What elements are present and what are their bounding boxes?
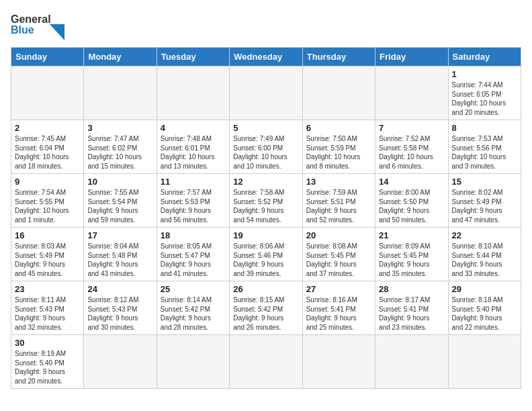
weekday-header-row: SundayMondayTuesdayWednesdayThursdayFrid… xyxy=(11,48,521,66)
day-info: Sunrise: 8:18 AM Sunset: 5:40 PM Dayligh… xyxy=(452,295,517,332)
calendar-cell xyxy=(375,335,448,389)
day-number: 5 xyxy=(233,123,298,133)
day-number: 16 xyxy=(15,230,80,240)
day-info: Sunrise: 8:16 AM Sunset: 5:41 PM Dayligh… xyxy=(306,295,371,332)
day-info: Sunrise: 7:52 AM Sunset: 5:58 PM Dayligh… xyxy=(379,134,444,171)
calendar-cell xyxy=(302,335,375,389)
calendar-cell: 27Sunrise: 8:16 AM Sunset: 5:41 PM Dayli… xyxy=(302,281,375,335)
day-info: Sunrise: 8:02 AM Sunset: 5:49 PM Dayligh… xyxy=(452,188,517,224)
day-number: 7 xyxy=(379,123,444,133)
calendar-cell: 18Sunrise: 8:05 AM Sunset: 5:47 PM Dayli… xyxy=(157,228,229,281)
day-number: 6 xyxy=(306,123,371,133)
calendar-cell: 11Sunrise: 7:57 AM Sunset: 5:53 PM Dayli… xyxy=(157,174,229,228)
svg-text:General: General xyxy=(11,13,51,25)
calendar-cell: 25Sunrise: 8:14 AM Sunset: 5:42 PM Dayli… xyxy=(157,281,229,335)
calendar-week-3: 16Sunrise: 8:03 AM Sunset: 5:49 PM Dayli… xyxy=(11,228,521,281)
calendar-cell: 5Sunrise: 7:49 AM Sunset: 6:00 PM Daylig… xyxy=(230,120,302,174)
day-info: Sunrise: 7:55 AM Sunset: 5:54 PM Dayligh… xyxy=(87,188,152,224)
day-number: 21 xyxy=(379,230,444,240)
day-info: Sunrise: 8:06 AM Sunset: 5:46 PM Dayligh… xyxy=(233,242,298,278)
day-info: Sunrise: 8:09 AM Sunset: 5:45 PM Dayligh… xyxy=(379,242,444,278)
day-info: Sunrise: 7:54 AM Sunset: 5:55 PM Dayligh… xyxy=(15,188,80,224)
calendar-cell xyxy=(157,335,229,389)
calendar-cell: 23Sunrise: 8:11 AM Sunset: 5:43 PM Dayli… xyxy=(11,281,84,335)
day-number: 13 xyxy=(306,177,371,187)
day-number: 11 xyxy=(161,177,226,187)
svg-marker-2 xyxy=(50,24,64,40)
day-number: 3 xyxy=(87,123,152,133)
day-number: 19 xyxy=(233,230,298,240)
calendar-cell: 29Sunrise: 8:18 AM Sunset: 5:40 PM Dayli… xyxy=(448,281,521,335)
day-number: 4 xyxy=(161,123,226,133)
day-number: 8 xyxy=(452,123,517,133)
calendar-cell: 4Sunrise: 7:48 AM Sunset: 6:01 PM Daylig… xyxy=(157,120,229,174)
day-number: 28 xyxy=(379,284,444,294)
day-info: Sunrise: 7:49 AM Sunset: 6:00 PM Dayligh… xyxy=(233,134,298,171)
day-number: 2 xyxy=(15,123,80,133)
svg-text:Blue: Blue xyxy=(11,24,34,36)
calendar-cell: 17Sunrise: 8:04 AM Sunset: 5:48 PM Dayli… xyxy=(84,228,157,281)
day-number: 1 xyxy=(452,69,517,79)
calendar-cell xyxy=(84,66,157,120)
calendar-cell: 8Sunrise: 7:53 AM Sunset: 5:56 PM Daylig… xyxy=(448,120,521,174)
calendar-cell xyxy=(302,66,375,120)
day-number: 27 xyxy=(306,284,371,294)
calendar-cell xyxy=(11,66,84,120)
calendar-cell: 26Sunrise: 8:15 AM Sunset: 5:42 PM Dayli… xyxy=(230,281,302,335)
weekday-header-monday: Monday xyxy=(84,48,157,66)
calendar-cell: 24Sunrise: 8:12 AM Sunset: 5:43 PM Dayli… xyxy=(84,281,157,335)
weekday-header-friday: Friday xyxy=(375,48,448,66)
weekday-header-tuesday: Tuesday xyxy=(157,48,229,66)
day-info: Sunrise: 7:53 AM Sunset: 5:56 PM Dayligh… xyxy=(452,134,517,171)
day-info: Sunrise: 7:45 AM Sunset: 6:04 PM Dayligh… xyxy=(15,134,80,171)
day-info: Sunrise: 8:11 AM Sunset: 5:43 PM Dayligh… xyxy=(15,295,80,332)
day-info: Sunrise: 7:57 AM Sunset: 5:53 PM Dayligh… xyxy=(161,188,226,224)
calendar-cell xyxy=(157,66,229,120)
day-number: 17 xyxy=(87,230,152,240)
day-info: Sunrise: 8:08 AM Sunset: 5:45 PM Dayligh… xyxy=(306,242,371,278)
day-info: Sunrise: 8:17 AM Sunset: 5:41 PM Dayligh… xyxy=(379,295,444,332)
logo: General Blue xyxy=(11,11,71,40)
calendar-cell: 10Sunrise: 7:55 AM Sunset: 5:54 PM Dayli… xyxy=(84,174,157,228)
calendar-cell xyxy=(375,66,448,120)
calendar-cell: 15Sunrise: 8:02 AM Sunset: 5:49 PM Dayli… xyxy=(448,174,521,228)
day-number: 22 xyxy=(452,230,517,240)
calendar-week-1: 2Sunrise: 7:45 AM Sunset: 6:04 PM Daylig… xyxy=(11,120,521,174)
day-number: 25 xyxy=(161,284,226,294)
weekday-header-saturday: Saturday xyxy=(448,48,521,66)
day-number: 24 xyxy=(87,284,152,294)
day-number: 12 xyxy=(233,177,298,187)
calendar-week-0: 1Sunrise: 7:44 AM Sunset: 6:05 PM Daylig… xyxy=(11,66,521,120)
calendar-cell xyxy=(448,335,521,389)
day-number: 14 xyxy=(379,177,444,187)
day-info: Sunrise: 8:15 AM Sunset: 5:42 PM Dayligh… xyxy=(233,295,298,332)
day-info: Sunrise: 7:47 AM Sunset: 6:02 PM Dayligh… xyxy=(87,134,152,171)
calendar-cell: 19Sunrise: 8:06 AM Sunset: 5:46 PM Dayli… xyxy=(230,228,302,281)
day-info: Sunrise: 8:05 AM Sunset: 5:47 PM Dayligh… xyxy=(161,242,226,278)
day-number: 18 xyxy=(161,230,226,240)
day-info: Sunrise: 7:48 AM Sunset: 6:01 PM Dayligh… xyxy=(161,134,226,171)
calendar-week-5: 30Sunrise: 8:19 AM Sunset: 5:40 PM Dayli… xyxy=(11,335,521,389)
calendar-table: SundayMondayTuesdayWednesdayThursdayFrid… xyxy=(11,47,521,389)
calendar-cell: 9Sunrise: 7:54 AM Sunset: 5:55 PM Daylig… xyxy=(11,174,84,228)
weekday-header-thursday: Thursday xyxy=(302,48,375,66)
calendar-cell: 12Sunrise: 7:58 AM Sunset: 5:52 PM Dayli… xyxy=(230,174,302,228)
calendar-cell: 2Sunrise: 7:45 AM Sunset: 6:04 PM Daylig… xyxy=(11,120,84,174)
calendar-week-2: 9Sunrise: 7:54 AM Sunset: 5:55 PM Daylig… xyxy=(11,174,521,228)
day-info: Sunrise: 8:03 AM Sunset: 5:49 PM Dayligh… xyxy=(15,242,80,278)
calendar-cell: 14Sunrise: 8:00 AM Sunset: 5:50 PM Dayli… xyxy=(375,174,448,228)
day-number: 15 xyxy=(452,177,517,187)
calendar-cell: 28Sunrise: 8:17 AM Sunset: 5:41 PM Dayli… xyxy=(375,281,448,335)
day-info: Sunrise: 8:14 AM Sunset: 5:42 PM Dayligh… xyxy=(161,295,226,332)
day-number: 23 xyxy=(15,284,80,294)
day-info: Sunrise: 8:10 AM Sunset: 5:44 PM Dayligh… xyxy=(452,242,517,278)
calendar-cell: 6Sunrise: 7:50 AM Sunset: 5:59 PM Daylig… xyxy=(302,120,375,174)
calendar-cell: 20Sunrise: 8:08 AM Sunset: 5:45 PM Dayli… xyxy=(302,228,375,281)
day-number: 9 xyxy=(15,177,80,187)
calendar-cell: 7Sunrise: 7:52 AM Sunset: 5:58 PM Daylig… xyxy=(375,120,448,174)
calendar-cell: 13Sunrise: 7:59 AM Sunset: 5:51 PM Dayli… xyxy=(302,174,375,228)
day-info: Sunrise: 7:59 AM Sunset: 5:51 PM Dayligh… xyxy=(306,188,371,224)
calendar-cell: 16Sunrise: 8:03 AM Sunset: 5:49 PM Dayli… xyxy=(11,228,84,281)
day-number: 20 xyxy=(306,230,371,240)
calendar-cell: 21Sunrise: 8:09 AM Sunset: 5:45 PM Dayli… xyxy=(375,228,448,281)
